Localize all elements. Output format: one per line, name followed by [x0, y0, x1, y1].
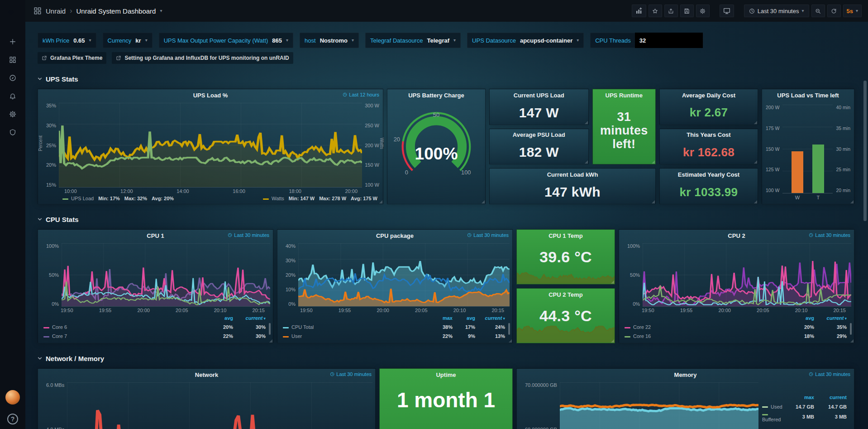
graph-plot[interactable] — [67, 382, 372, 429]
legend-series[interactable]: WattsMin: 147 WMax: 278 WAvg: 175 W — [263, 196, 377, 201]
graph-plot[interactable] — [560, 382, 758, 429]
help-icon[interactable]: ? — [7, 414, 18, 424]
variable-ups-datasource[interactable]: UPS Datasource apcupsd-container ▾ — [467, 33, 584, 48]
legend-series[interactable]: Core 7 — [43, 333, 205, 339]
chevron-down-icon[interactable]: ▾ — [160, 9, 162, 13]
legend-col-current[interactable]: current▾ — [814, 315, 847, 321]
save-dashboard-button[interactable] — [680, 5, 694, 17]
vertical-scrollbar[interactable] — [863, 81, 867, 221]
breadcrumb-folder[interactable]: Unraid — [46, 7, 66, 15]
legend-col-avg[interactable]: avg — [786, 315, 814, 321]
bars-plot-area[interactable] — [782, 105, 833, 193]
graph-plot[interactable] — [59, 103, 362, 188]
panel-average-daily-cost: Average Daily Cost kr 2.67 — [659, 89, 758, 125]
refresh-interval-picker[interactable]: 5s ▾ — [843, 5, 862, 17]
admin-shield-icon[interactable] — [9, 129, 16, 136]
configuration-gear-icon[interactable] — [9, 111, 16, 118]
legend-series[interactable]: User — [283, 333, 428, 339]
legend-series[interactable]: Core 6 — [43, 324, 205, 330]
panel-title[interactable]: Estimated Yearly Cost — [660, 169, 758, 180]
panel-title[interactable]: Network — [38, 369, 375, 381]
chevron-down-icon: ▾ — [286, 38, 288, 43]
link-grafana-plex-theme[interactable]: Grafana Plex Theme — [38, 52, 106, 64]
grafana-logo-icon[interactable] — [5, 4, 21, 20]
legend-row: Core 7 22% 30% — [43, 332, 266, 341]
add-panel-button[interactable] — [632, 5, 646, 17]
panel-time-override[interactable]: Last 30 minutes — [809, 232, 850, 238]
panel-time-override[interactable]: Last 30 minutes — [330, 371, 372, 377]
row-header-cpu-stats[interactable]: CPU Stats — [38, 213, 854, 225]
explore-compass-icon[interactable] — [9, 74, 16, 82]
panel-title[interactable]: CPU 2 Temp — [517, 289, 615, 300]
zoom-out-time-button[interactable] — [811, 5, 825, 17]
y-axis-left: 100%50%0% — [45, 243, 62, 307]
panel-title[interactable]: UPS Load vs Time left — [762, 89, 854, 101]
panel-title[interactable]: UPS Battery Charge — [387, 89, 485, 101]
panel-title[interactable]: Memory — [517, 369, 854, 381]
star-dashboard-button[interactable] — [649, 5, 662, 17]
time-range-picker[interactable]: Last 30 minutes ▾ — [744, 5, 809, 17]
variable-telegraf-datasource[interactable]: Telegraf Datasource Telegraf ▾ — [365, 33, 461, 48]
y-axis-left: 100%50%0% — [626, 243, 643, 307]
stat-sparkline — [517, 263, 615, 284]
panel-time-override[interactable]: Last 12 hours — [343, 92, 379, 97]
ups-stat-cluster: Current UPS Load 147 W UPS Runtime 31 mi… — [489, 89, 656, 204]
graph-plot[interactable] — [643, 243, 851, 307]
panel-title[interactable]: This Years Cost — [660, 129, 758, 141]
user-avatar[interactable] — [5, 390, 20, 405]
series-color-swatch — [625, 336, 630, 337]
variable-kwh-price[interactable]: kWh Price 0.65 ▾ — [38, 33, 96, 48]
legend-col-max[interactable]: max — [786, 395, 814, 400]
panel-title[interactable]: Current Load kWh — [490, 169, 655, 180]
variable-value: kr — [135, 37, 141, 44]
legend-col-avg[interactable]: avg — [205, 315, 233, 321]
panel-time-override[interactable]: Last 30 minutes — [228, 232, 269, 238]
legend-series[interactable]: CPU Total — [283, 324, 428, 330]
dashboard-settings-button[interactable] — [696, 5, 710, 17]
variable-ups-max-output[interactable]: UPS Max Output Power Capacity (Watt) 865… — [159, 33, 293, 48]
legend-col-avg[interactable]: avg — [453, 315, 475, 321]
panel-time-override[interactable]: Last 30 minutes — [809, 371, 850, 377]
panel-network-graph: Network Last 30 minutes 6.0 MBs4.0 MBs2.… — [38, 368, 376, 429]
variable-host[interactable]: host Nostromo ▾ — [300, 33, 359, 48]
dashboard-grid-icon[interactable] — [33, 7, 42, 15]
legend-col-max[interactable]: max — [428, 315, 453, 321]
legend-series[interactable]: Buffered — [762, 411, 786, 422]
graph-plot[interactable] — [298, 243, 510, 307]
breadcrumb-dashboard-title[interactable]: Unraid System Dashboard — [76, 7, 156, 15]
panel-memory-graph: Memory Last 30 minutes 70.000000 GB60.00… — [516, 368, 854, 429]
graph-plot[interactable] — [62, 243, 270, 307]
variable-currency[interactable]: Currency kr ▾ — [103, 33, 153, 48]
cpu-threads-input[interactable] — [635, 33, 703, 48]
create-plus-icon[interactable] — [9, 38, 16, 45]
panel-title[interactable]: UPS Load % — [38, 89, 383, 101]
panel-title[interactable]: Average Daily Cost — [660, 89, 758, 101]
panel-time-override[interactable]: Last 30 minutes — [467, 232, 509, 238]
dashboard-links-row: Grafana Plex Theme Setting up Grafana an… — [38, 52, 854, 64]
variable-cpu-threads: CPU Threads — [590, 33, 703, 48]
panel-title[interactable]: Average PSU Load — [490, 129, 588, 141]
legend-col-current[interactable]: current — [814, 395, 847, 400]
legend-col-current[interactable]: current▾ — [233, 315, 266, 321]
stat-value: 31 minutes left! — [593, 101, 655, 164]
legend-series[interactable]: UPS LoadMin: 17%Max: 32%Avg: 20% — [62, 196, 174, 201]
panel-title[interactable]: CPU 1 Temp — [517, 230, 615, 241]
legend-series[interactable]: Core 22 — [625, 324, 786, 330]
graph-legend: max avg current▾ CPU Total 38% 17% 24% U… — [277, 313, 512, 343]
panel-title[interactable]: Uptime — [380, 369, 512, 381]
panel-title[interactable]: Current UPS Load — [490, 89, 588, 101]
legend-series[interactable]: Used — [762, 404, 786, 410]
refresh-button[interactable] — [827, 5, 841, 17]
panel-title[interactable]: UPS Runtime — [593, 89, 655, 101]
link-ups-monitoring-guide[interactable]: Setting up Grafana and InfluxDB for UPS … — [112, 52, 293, 64]
cycle-view-mode-button[interactable] — [720, 5, 734, 17]
panel-ups-load-graph: UPS Load % Last 12 hours Percent 35%30%2… — [38, 89, 383, 204]
row-title: UPS Stats — [46, 75, 78, 83]
row-header-network-memory[interactable]: Network / Memory — [38, 352, 854, 364]
legend-col-current[interactable]: current▾ — [475, 315, 505, 321]
legend-series[interactable]: Core 16 — [625, 333, 786, 339]
dashboards-icon[interactable] — [9, 56, 16, 63]
alerting-bell-icon[interactable] — [9, 92, 16, 100]
row-header-ups-stats[interactable]: UPS Stats — [38, 73, 854, 85]
share-dashboard-button[interactable] — [664, 5, 678, 17]
